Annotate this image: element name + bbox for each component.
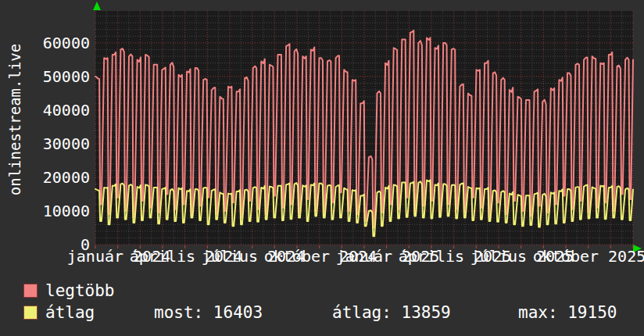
legend-swatch-legtobb bbox=[23, 284, 38, 298]
y-tick-label: 40000 bbox=[23, 102, 90, 119]
y-axis-arrow-icon bbox=[93, 2, 101, 10]
chart-canvas bbox=[95, 11, 638, 250]
x-tick-label: október 2025 bbox=[515, 248, 644, 265]
chart-plot-area bbox=[95, 11, 633, 245]
y-tick-label: 10000 bbox=[23, 202, 90, 220]
y-tick-label: 20000 bbox=[23, 169, 90, 186]
y-tick-label: 60000 bbox=[23, 34, 90, 52]
legend-swatch-atlag bbox=[23, 306, 38, 320]
stat-most: most: 16403 bbox=[154, 304, 263, 321]
stat-max: max: 19150 bbox=[518, 304, 617, 321]
monitoring-graph: onlinestream.live 0100002000030000400005… bbox=[0, 0, 644, 336]
legend-label-legtobb: legtöbb bbox=[45, 282, 115, 299]
y-axis-title: onlinestream.live bbox=[7, 40, 23, 199]
y-tick-label: 30000 bbox=[23, 135, 90, 152]
legend-label-atlag: átlag bbox=[45, 304, 95, 321]
stat-atlag: átlag: 13859 bbox=[332, 304, 451, 321]
y-tick-label: 50000 bbox=[23, 68, 90, 85]
